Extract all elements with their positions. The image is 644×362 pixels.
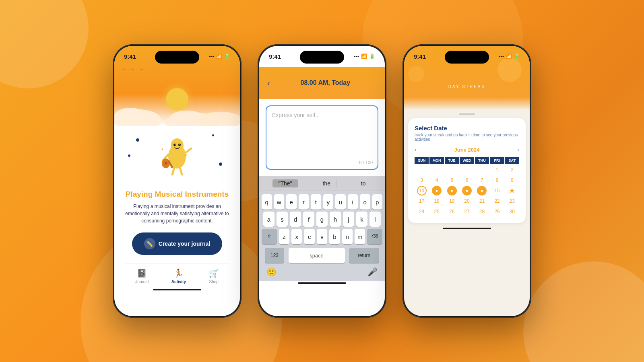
phone-2-screen: 9:41 ▪▪▪ 📶 🔋 ‹ 08.00 AM, Today Express y… — [259, 46, 385, 316]
cal-cell-30[interactable]: 30 — [505, 207, 519, 216]
keyboard-row-3: ⇧ z x c v b n m ⌫ — [262, 229, 382, 244]
cal-cell-empty-5 — [475, 165, 489, 175]
cal-header-sat: SAT — [505, 157, 519, 164]
home-bar-1 — [153, 289, 201, 290]
cal-cell-empty-3 — [445, 165, 459, 175]
cal-cell-16[interactable]: ★ — [505, 186, 519, 195]
cal-cell-8[interactable]: 8 — [490, 175, 504, 185]
key-123[interactable]: 123 — [265, 248, 284, 263]
key-l[interactable]: l — [369, 212, 381, 227]
activity-description: Playing a musical instrument provides an… — [124, 203, 230, 224]
key-z[interactable]: z — [279, 229, 289, 244]
key-j[interactable]: j — [343, 212, 354, 227]
cal-cell-10[interactable]: 10 — [415, 186, 429, 195]
cal-cell-27[interactable]: 27 — [460, 207, 474, 216]
key-y[interactable]: y — [323, 194, 334, 210]
cal-cell-20[interactable]: 20 — [460, 196, 474, 206]
journal-textarea-wrapper[interactable]: Express your self.. 0 / 100 — [266, 105, 378, 170]
cal-cell-11[interactable]: ● — [429, 186, 444, 195]
svg-point-14 — [165, 162, 167, 165]
activity-title: Playing Musical Instruments — [124, 190, 230, 199]
cal-header-mon: MON — [429, 157, 444, 164]
nav-item-shop[interactable]: 🛒 Shop — [209, 268, 219, 284]
cal-cell-3[interactable]: 3 — [415, 175, 429, 185]
back-button[interactable]: ‹ — [267, 78, 270, 88]
key-shift[interactable]: ⇧ — [262, 229, 277, 244]
cal-cell-21[interactable]: 21 — [475, 196, 489, 206]
cal-cell-4[interactable]: 4 — [429, 175, 444, 185]
create-btn-icon: ✏️ — [144, 238, 155, 249]
cal-cell-26[interactable]: 26 — [445, 207, 459, 216]
key-e[interactable]: e — [286, 194, 297, 210]
nav-item-activity[interactable]: 🏃 Activity — [171, 268, 186, 284]
key-q[interactable]: q — [262, 194, 272, 210]
cal-cell-24[interactable]: 24 — [415, 207, 429, 216]
key-w[interactable]: w — [274, 194, 285, 210]
svg-point-9 — [175, 144, 175, 145]
create-journal-button[interactable]: ✏️ Create your journal — [132, 232, 222, 255]
key-u[interactable]: u — [335, 194, 346, 210]
cal-cell-5[interactable]: 5 — [445, 175, 459, 185]
key-p[interactable]: p — [372, 194, 383, 210]
streak-number: 3 — [448, 68, 485, 97]
cal-cell-28[interactable]: 28 — [475, 207, 489, 216]
wifi-icon-1: 📶 — [216, 53, 222, 59]
key-f[interactable]: f — [303, 212, 314, 227]
emoji-icon[interactable]: 🙂 — [266, 267, 277, 277]
cal-cell-1[interactable]: 1 — [490, 165, 504, 175]
microphone-icon[interactable]: 🎤 — [367, 267, 378, 277]
cal-cell-25[interactable]: 25 — [429, 207, 444, 216]
cal-cell-18[interactable]: 18 — [429, 196, 444, 206]
status-icons-2: ▪▪▪ 📶 🔋 — [354, 53, 375, 59]
mascot-svg: ✦ ✦ — [157, 134, 197, 183]
cal-cell-12[interactable]: ● — [445, 186, 459, 195]
autocomplete-to[interactable]: to — [355, 179, 372, 187]
key-b[interactable]: b — [329, 229, 340, 244]
key-d[interactable]: d — [290, 212, 301, 227]
calendar-grid: SUN MON TUE WED THU FRI SAT 1 2 3 4 5 6 — [415, 157, 519, 216]
journal-label: Journal — [135, 280, 149, 284]
autocomplete-the-quoted[interactable]: "The" — [272, 179, 298, 187]
key-m[interactable]: m — [355, 229, 365, 244]
svg-line-12 — [186, 148, 191, 152]
cal-cell-14[interactable]: ● — [475, 186, 489, 195]
cal-cell-2[interactable]: 2 — [505, 165, 519, 175]
key-n[interactable]: n — [342, 229, 353, 244]
key-a[interactable]: a — [263, 212, 275, 227]
cal-cell-17[interactable]: 17 — [415, 196, 429, 206]
cal-cell-22[interactable]: 22 — [490, 196, 504, 206]
cal-cell-29[interactable]: 29 — [490, 207, 504, 216]
cal-cell-15[interactable]: 15 — [490, 186, 504, 195]
cal-cell-7[interactable]: 7 — [475, 175, 489, 185]
key-g[interactable]: g — [316, 212, 328, 227]
home-bar-2 — [298, 282, 346, 284]
cal-cell-9[interactable]: 9 — [505, 175, 519, 185]
cal-cell-6[interactable]: 6 — [460, 175, 474, 185]
cal-prev-button[interactable]: ‹ — [415, 146, 417, 153]
key-return[interactable]: return — [349, 248, 379, 263]
key-o[interactable]: o — [360, 194, 370, 210]
key-i[interactable]: i — [348, 194, 358, 210]
cal-cell-19[interactable]: 19 — [445, 196, 459, 206]
key-v[interactable]: v — [317, 229, 327, 244]
svg-point-7 — [173, 144, 176, 146]
svg-line-16 — [172, 167, 174, 175]
cal-cell-23[interactable]: 23 — [505, 196, 519, 206]
key-space[interactable]: space — [289, 248, 345, 263]
cal-next-button[interactable]: › — [517, 146, 519, 153]
key-s[interactable]: s — [277, 212, 288, 227]
calendar-subtitle: track your streak and go back in time to… — [415, 133, 519, 142]
key-r[interactable]: r — [299, 194, 309, 210]
key-c[interactable]: c — [304, 229, 314, 244]
key-t[interactable]: t — [311, 194, 321, 210]
key-delete[interactable]: ⌫ — [367, 229, 382, 244]
key-x[interactable]: x — [291, 229, 302, 244]
cal-cell-13[interactable]: ● — [460, 186, 474, 195]
journal-date: 08.00 AM, Today — [274, 79, 377, 86]
wifi-icon-3: 📶 — [506, 53, 512, 59]
autocomplete-bar: "The" the to — [259, 176, 385, 191]
autocomplete-the[interactable]: the — [317, 179, 336, 187]
nav-item-journal[interactable]: 📓 Journal — [135, 268, 149, 284]
key-h[interactable]: h — [330, 212, 341, 227]
key-k[interactable]: k — [356, 212, 367, 227]
